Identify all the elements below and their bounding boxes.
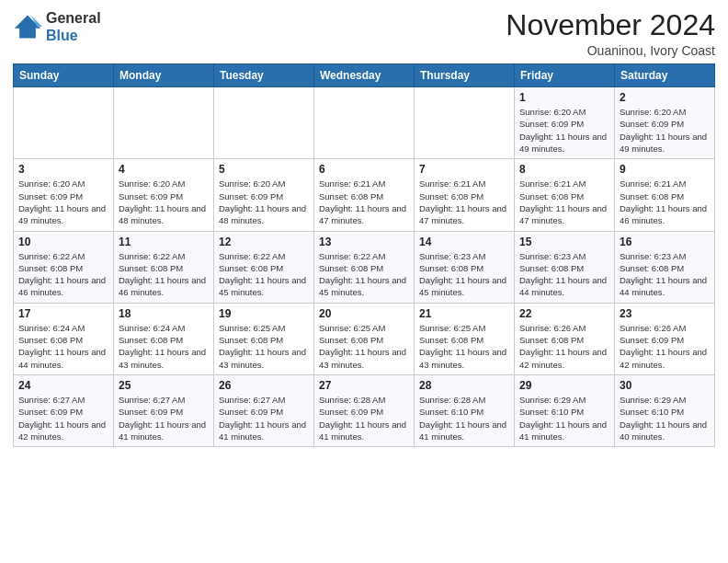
calendar-cell: 27Sunrise: 6:28 AM Sunset: 6:09 PM Dayli… — [314, 374, 415, 446]
logo: General Blue — [13, 9, 101, 44]
day-number: 22 — [519, 307, 609, 320]
logo-blue: Blue — [46, 27, 101, 44]
calendar-cell: 15Sunrise: 6:23 AM Sunset: 6:08 PM Dayli… — [515, 231, 615, 303]
calendar-cell: 21Sunrise: 6:25 AM Sunset: 6:08 PM Dayli… — [415, 303, 515, 374]
day-number: 23 — [620, 307, 710, 320]
day-number: 14 — [419, 236, 509, 248]
calendar-cell: 20Sunrise: 6:25 AM Sunset: 6:08 PM Dayli… — [314, 303, 415, 374]
calendar-cell — [314, 87, 415, 159]
day-header: Monday — [114, 64, 214, 87]
calendar-cell: 22Sunrise: 6:26 AM Sunset: 6:08 PM Dayli… — [515, 303, 615, 374]
day-header: Saturday — [615, 64, 715, 87]
day-info: Sunrise: 6:22 AM Sunset: 6:08 PM Dayligh… — [119, 250, 209, 299]
day-number: 21 — [419, 307, 509, 320]
day-info: Sunrise: 6:24 AM Sunset: 6:08 PM Dayligh… — [18, 322, 108, 371]
calendar-cell: 14Sunrise: 6:23 AM Sunset: 6:08 PM Dayli… — [415, 231, 515, 303]
month-title: November 2024 — [506, 9, 715, 41]
calendar-cell: 29Sunrise: 6:29 AM Sunset: 6:10 PM Dayli… — [515, 374, 615, 446]
day-number: 30 — [620, 379, 710, 392]
calendar-week-row: 24Sunrise: 6:27 AM Sunset: 6:09 PM Dayli… — [14, 374, 715, 446]
day-info: Sunrise: 6:26 AM Sunset: 6:08 PM Dayligh… — [519, 322, 609, 371]
day-info: Sunrise: 6:22 AM Sunset: 6:08 PM Dayligh… — [219, 250, 309, 299]
day-info: Sunrise: 6:20 AM Sunset: 6:09 PM Dayligh… — [519, 106, 609, 155]
day-number: 27 — [319, 379, 409, 392]
day-number: 29 — [519, 379, 609, 392]
day-info: Sunrise: 6:20 AM Sunset: 6:09 PM Dayligh… — [620, 106, 710, 155]
header-right: November 2024 Ouaninou, Ivory Coast — [506, 9, 715, 58]
calendar-cell: 24Sunrise: 6:27 AM Sunset: 6:09 PM Dayli… — [14, 374, 114, 446]
calendar-cell: 23Sunrise: 6:26 AM Sunset: 6:09 PM Dayli… — [615, 303, 715, 374]
day-number: 24 — [18, 379, 108, 392]
day-info: Sunrise: 6:21 AM Sunset: 6:08 PM Dayligh… — [319, 178, 409, 226]
day-info: Sunrise: 6:28 AM Sunset: 6:10 PM Dayligh… — [419, 394, 509, 442]
page: General Blue November 2024 Ouaninou, Ivo… — [0, 0, 728, 563]
day-number: 20 — [319, 307, 409, 320]
calendar-cell: 26Sunrise: 6:27 AM Sunset: 6:09 PM Dayli… — [214, 374, 314, 446]
calendar-table: SundayMondayTuesdayWednesdayThursdayFrid… — [13, 63, 715, 447]
calendar-cell: 10Sunrise: 6:22 AM Sunset: 6:08 PM Dayli… — [14, 231, 114, 303]
calendar-cell: 6Sunrise: 6:21 AM Sunset: 6:08 PM Daylig… — [314, 159, 415, 231]
svg-marker-0 — [15, 16, 40, 39]
day-header: Thursday — [415, 64, 515, 87]
calendar-week-row: 1Sunrise: 6:20 AM Sunset: 6:09 PM Daylig… — [14, 87, 715, 159]
day-number: 4 — [119, 163, 209, 176]
day-info: Sunrise: 6:21 AM Sunset: 6:08 PM Dayligh… — [519, 178, 609, 226]
day-info: Sunrise: 6:20 AM Sunset: 6:09 PM Dayligh… — [119, 178, 209, 226]
day-number: 10 — [18, 236, 108, 248]
day-number: 28 — [419, 379, 509, 392]
day-info: Sunrise: 6:20 AM Sunset: 6:09 PM Dayligh… — [18, 178, 108, 226]
day-info: Sunrise: 6:27 AM Sunset: 6:09 PM Dayligh… — [119, 394, 209, 442]
calendar-cell: 19Sunrise: 6:25 AM Sunset: 6:08 PM Dayli… — [214, 303, 314, 374]
calendar-week-row: 17Sunrise: 6:24 AM Sunset: 6:08 PM Dayli… — [14, 303, 715, 374]
day-info: Sunrise: 6:23 AM Sunset: 6:08 PM Dayligh… — [419, 250, 509, 299]
day-number: 8 — [519, 163, 609, 176]
day-number: 16 — [620, 236, 710, 248]
calendar-cell: 28Sunrise: 6:28 AM Sunset: 6:10 PM Dayli… — [415, 374, 515, 446]
day-number: 12 — [219, 236, 309, 248]
day-number: 13 — [319, 236, 409, 248]
calendar-cell — [415, 87, 515, 159]
calendar-cell: 13Sunrise: 6:22 AM Sunset: 6:08 PM Dayli… — [314, 231, 415, 303]
day-info: Sunrise: 6:29 AM Sunset: 6:10 PM Dayligh… — [519, 394, 609, 442]
calendar-cell: 7Sunrise: 6:21 AM Sunset: 6:08 PM Daylig… — [415, 159, 515, 231]
day-number: 11 — [119, 236, 209, 248]
day-number: 25 — [119, 379, 209, 392]
day-number: 19 — [219, 307, 309, 320]
day-info: Sunrise: 6:24 AM Sunset: 6:08 PM Dayligh… — [119, 322, 209, 371]
calendar-cell: 11Sunrise: 6:22 AM Sunset: 6:08 PM Dayli… — [114, 231, 214, 303]
calendar-cell: 4Sunrise: 6:20 AM Sunset: 6:09 PM Daylig… — [114, 159, 214, 231]
day-info: Sunrise: 6:27 AM Sunset: 6:09 PM Dayligh… — [219, 394, 309, 442]
calendar-cell: 9Sunrise: 6:21 AM Sunset: 6:08 PM Daylig… — [615, 159, 715, 231]
calendar-cell: 30Sunrise: 6:29 AM Sunset: 6:10 PM Dayli… — [615, 374, 715, 446]
day-info: Sunrise: 6:20 AM Sunset: 6:09 PM Dayligh… — [219, 178, 309, 226]
day-info: Sunrise: 6:25 AM Sunset: 6:08 PM Dayligh… — [419, 322, 509, 371]
day-number: 7 — [419, 163, 509, 176]
day-info: Sunrise: 6:22 AM Sunset: 6:08 PM Dayligh… — [319, 250, 409, 299]
calendar-cell — [14, 87, 114, 159]
day-number: 26 — [219, 379, 309, 392]
calendar-cell: 3Sunrise: 6:20 AM Sunset: 6:09 PM Daylig… — [14, 159, 114, 231]
calendar-cell: 18Sunrise: 6:24 AM Sunset: 6:08 PM Dayli… — [114, 303, 214, 374]
day-number: 9 — [620, 163, 710, 176]
day-info: Sunrise: 6:21 AM Sunset: 6:08 PM Dayligh… — [620, 178, 710, 226]
logo-icon — [13, 12, 42, 41]
header: General Blue November 2024 Ouaninou, Ivo… — [13, 9, 715, 58]
day-header: Sunday — [14, 64, 114, 87]
location: Ouaninou, Ivory Coast — [506, 43, 715, 58]
day-number: 1 — [519, 91, 609, 104]
calendar-header-row: SundayMondayTuesdayWednesdayThursdayFrid… — [14, 64, 715, 87]
logo-general: General — [46, 9, 101, 27]
day-info: Sunrise: 6:29 AM Sunset: 6:10 PM Dayligh… — [620, 394, 710, 442]
calendar-cell: 5Sunrise: 6:20 AM Sunset: 6:09 PM Daylig… — [214, 159, 314, 231]
day-info: Sunrise: 6:23 AM Sunset: 6:08 PM Dayligh… — [519, 250, 609, 299]
calendar-cell: 2Sunrise: 6:20 AM Sunset: 6:09 PM Daylig… — [615, 87, 715, 159]
day-info: Sunrise: 6:25 AM Sunset: 6:08 PM Dayligh… — [219, 322, 309, 371]
day-number: 6 — [319, 163, 409, 176]
calendar-cell: 16Sunrise: 6:23 AM Sunset: 6:08 PM Dayli… — [615, 231, 715, 303]
calendar-cell — [214, 87, 314, 159]
day-info: Sunrise: 6:23 AM Sunset: 6:08 PM Dayligh… — [620, 250, 710, 299]
calendar-cell: 1Sunrise: 6:20 AM Sunset: 6:09 PM Daylig… — [515, 87, 615, 159]
day-number: 5 — [219, 163, 309, 176]
day-info: Sunrise: 6:22 AM Sunset: 6:08 PM Dayligh… — [18, 250, 108, 299]
day-number: 2 — [620, 91, 710, 104]
